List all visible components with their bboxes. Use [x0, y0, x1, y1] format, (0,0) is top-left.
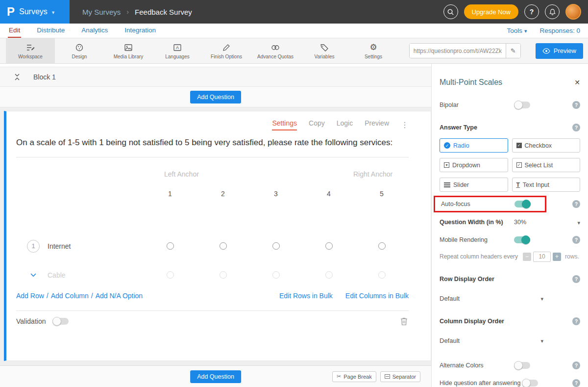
radio-option[interactable]	[167, 242, 174, 250]
hide-question-toggle[interactable]	[522, 380, 538, 387]
bipolar-row: Bipolar	[440, 100, 580, 110]
answer-type-checkbox[interactable]: Checkbox	[512, 138, 581, 153]
survey-url-input[interactable]	[410, 44, 506, 58]
row-label-internet[interactable]: Internet	[48, 242, 71, 250]
edit-rows-in-bulk-link[interactable]: Edit Rows in Bulk	[279, 292, 333, 300]
tab-analytics[interactable]: Analytics	[80, 24, 109, 38]
product-switcher[interactable]: P Surveys	[0, 0, 70, 24]
toolbar-item-label: Finish Options	[211, 54, 242, 59]
radio-option[interactable]	[325, 271, 333, 279]
autofocus-row: Auto-focus	[440, 196, 580, 212]
tab-integration[interactable]: Integration	[123, 24, 157, 38]
row-label-cable[interactable]: Cable	[48, 271, 66, 279]
answer-type-dropdown[interactable]: Dropdown	[440, 158, 508, 172]
question-width-row[interactable]: Question Width (in %) 30%	[440, 217, 580, 227]
column-label-4[interactable]: 4	[302, 190, 355, 198]
help-icon[interactable]	[572, 236, 580, 244]
toolbar-item-advance-quotas[interactable]: Advance Quotas	[251, 38, 300, 63]
breadcrumb-my-surveys[interactable]: My Surveys	[82, 8, 121, 16]
tab-edit[interactable]: Edit	[8, 24, 21, 38]
row-display-order-dropdown[interactable]: Default	[440, 294, 543, 303]
close-icon[interactable]	[574, 78, 580, 86]
column-label-5[interactable]: 5	[355, 190, 408, 198]
add-na-option-link[interactable]: Add N/A Option	[96, 292, 143, 300]
radio-option[interactable]	[167, 271, 174, 279]
preview-label: Preview	[554, 47, 576, 54]
edit-columns-in-bulk-link[interactable]: Edit Columns in Bulk	[345, 292, 409, 300]
more-options-icon[interactable]	[401, 120, 409, 129]
answer-type-radio[interactable]: Radio	[440, 138, 508, 153]
bipolar-toggle[interactable]	[514, 102, 530, 108]
help-icon[interactable]	[572, 200, 580, 208]
toolbar-item-variables[interactable]: Variables	[300, 38, 349, 63]
pencil-icon	[221, 43, 231, 52]
column-display-order-value: Default	[440, 337, 460, 344]
add-question-button-bottom[interactable]: Add Question	[190, 370, 241, 383]
add-question-button-top[interactable]: Add Question	[190, 91, 241, 103]
column-label-2[interactable]: 2	[196, 190, 249, 198]
toolbar-item-workspace[interactable]: Workspace	[6, 38, 55, 63]
plus-icon[interactable]	[553, 253, 561, 261]
radio-option[interactable]	[220, 242, 227, 250]
toolbar-item-finish-options[interactable]: Finish Options	[202, 38, 251, 63]
responses-count[interactable]: Responses: 0	[539, 27, 580, 34]
page-break-button[interactable]: Page Break	[332, 371, 376, 382]
answer-type-select-list[interactable]: Select List	[512, 158, 581, 172]
tab-question-copy[interactable]: Copy	[309, 119, 325, 130]
collapse-block-icon[interactable]	[14, 73, 21, 81]
tab-distribute[interactable]: Distribute	[36, 24, 66, 38]
answer-type-text-input[interactable]: T Text Input	[512, 178, 581, 192]
help-button[interactable]: ?	[524, 4, 539, 19]
help-icon[interactable]	[572, 379, 580, 387]
column-label-3[interactable]: 3	[249, 190, 302, 198]
answer-type-slider[interactable]: Slider	[440, 178, 508, 192]
minus-icon[interactable]	[523, 253, 531, 261]
left-anchor-label[interactable]: Left Anchor	[164, 170, 199, 178]
repeat-headers-input[interactable]	[533, 252, 551, 262]
toolbar-item-languages[interactable]: A Languages	[153, 38, 202, 63]
toolbar-item-design[interactable]: Design	[55, 38, 104, 63]
tab-question-settings[interactable]: Settings	[272, 119, 297, 130]
toolbar-item-settings[interactable]: Settings	[349, 38, 398, 63]
add-row-link[interactable]: Add Row	[16, 292, 44, 300]
chevron-down-icon[interactable]	[577, 219, 580, 226]
radio-option[interactable]	[220, 271, 227, 279]
notifications-button[interactable]	[545, 4, 560, 19]
radio-option[interactable]	[325, 242, 333, 250]
help-icon[interactable]	[572, 361, 580, 369]
search-button[interactable]	[443, 4, 458, 19]
tools-menu[interactable]: Tools	[507, 27, 527, 34]
chain-links-icon	[270, 43, 280, 52]
bipolar-label: Bipolar	[440, 102, 514, 108]
help-icon[interactable]	[572, 124, 580, 131]
chevron-down-icon[interactable]	[27, 273, 40, 277]
right-anchor-label[interactable]: Right Anchor	[353, 170, 392, 178]
toolbar-item-media-library[interactable]: Media Library	[104, 38, 153, 63]
separator-button[interactable]: Separator	[380, 371, 420, 382]
question-text[interactable]: On a scale of 1-5 with 1 being not satis…	[16, 136, 406, 149]
add-column-link[interactable]: Add Column	[51, 292, 89, 300]
delete-question-button[interactable]	[400, 317, 408, 326]
radio-option[interactable]	[378, 271, 386, 279]
column-label-1[interactable]: 1	[144, 190, 196, 198]
column-display-order-dropdown[interactable]: Default	[440, 336, 543, 345]
question-width-value[interactable]: 30%	[514, 219, 526, 226]
mobile-rendering-toggle[interactable]	[514, 236, 530, 243]
help-icon[interactable]	[572, 275, 580, 283]
help-icon[interactable]	[572, 101, 580, 109]
upgrade-now-button[interactable]: Upgrade Now	[464, 4, 519, 19]
alternate-colors-toggle[interactable]	[514, 362, 530, 369]
preview-button[interactable]: Preview	[536, 43, 583, 59]
autofocus-toggle[interactable]	[514, 201, 531, 207]
radio-option[interactable]	[272, 242, 280, 250]
validation-toggle[interactable]	[52, 318, 69, 325]
edit-url-button[interactable]	[506, 44, 520, 58]
tab-question-preview[interactable]: Preview	[365, 119, 389, 130]
help-icon[interactable]	[572, 317, 580, 325]
survey-url-box	[409, 43, 521, 58]
avatar[interactable]	[565, 4, 581, 20]
radio-option[interactable]	[378, 242, 386, 250]
block-title[interactable]: Block 1	[33, 73, 56, 81]
tab-question-logic[interactable]: Logic	[337, 119, 353, 130]
radio-option[interactable]	[272, 271, 280, 279]
